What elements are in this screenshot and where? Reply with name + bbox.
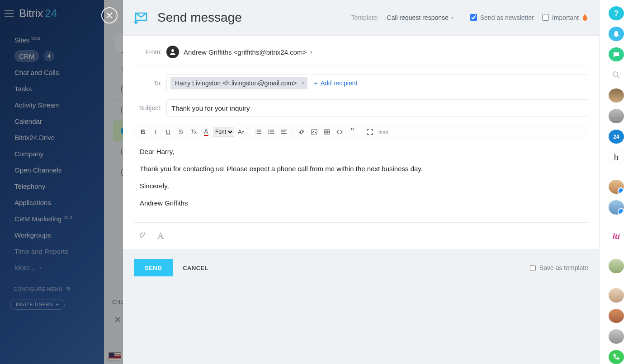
editor-line: Sincerely, — [140, 181, 582, 191]
subject-input[interactable] — [166, 99, 588, 117]
close-icon — [106, 12, 113, 19]
contact-avatar[interactable] — [609, 309, 624, 323]
quote-button[interactable]: ” — [346, 126, 358, 138]
editor-line: Dear Harry, — [140, 146, 582, 157]
html-mode-button[interactable]: html — [377, 126, 390, 138]
divider — [361, 127, 361, 136]
font-select[interactable]: Font — [213, 126, 234, 138]
text-format-icon[interactable]: A — [157, 231, 164, 241]
divider — [293, 127, 293, 136]
ordered-list-button[interactable]: 123 — [253, 126, 265, 138]
phone-button[interactable] — [609, 350, 624, 364]
right-rail: ? 24 b iu — [599, 0, 633, 364]
link-button[interactable] — [296, 126, 307, 138]
save-as-template-checkbox[interactable]: Save as template — [530, 264, 588, 271]
bitrix24-app-icon[interactable]: 24 — [609, 130, 624, 144]
fullscreen-button[interactable] — [364, 126, 376, 138]
modal-footer: SEND CANCEL Save as template — [123, 249, 599, 286]
important-checkbox[interactable]: Important — [542, 14, 588, 22]
italic-button[interactable]: I — [150, 126, 161, 138]
code-button[interactable] — [334, 126, 345, 138]
align-button[interactable] — [278, 126, 290, 138]
contact-avatar[interactable] — [609, 329, 624, 343]
chevron-down-icon[interactable]: ▾ — [310, 50, 312, 55]
template-label: Template: — [351, 14, 379, 21]
send-message-modal: Send message Template: Call request resp… — [123, 0, 599, 364]
send-button[interactable]: SEND — [134, 259, 173, 276]
subject-label: Subject: — [134, 104, 162, 112]
contact-avatar[interactable] — [609, 109, 624, 123]
to-label: To: — [134, 79, 162, 87]
text-color-button[interactable]: A — [200, 126, 212, 138]
app-icon[interactable]: b — [609, 150, 624, 164]
strike-button[interactable]: S — [175, 126, 187, 138]
svg-text:3: 3 — [255, 132, 257, 135]
contact-avatar[interactable] — [609, 288, 624, 302]
svg-point-4 — [268, 129, 269, 130]
svg-point-5 — [268, 131, 269, 132]
editor-line: Thank you for contacting us! Please expe… — [140, 163, 582, 174]
app-icon[interactable]: iu — [609, 229, 624, 243]
app-root: Bitrix 24 Sitesbeta CRM4 Chat and Calls … — [0, 0, 633, 364]
flame-icon — [582, 14, 588, 22]
editor-toolbar: B I U S Tx A Font A▾ 123 ” htm — [134, 124, 588, 139]
send-mail-icon — [134, 9, 150, 26]
search-icon — [612, 71, 620, 79]
chat-icon — [613, 51, 620, 58]
svg-point-10 — [613, 72, 618, 76]
message-editor[interactable]: Dear Harry, Thank you for contacting us!… — [134, 139, 588, 223]
to-row: To: Harry Livingston <h.livingston@gmail… — [134, 74, 588, 92]
modal-body: From: Andrew Griffiths <griffiths@bitrix… — [123, 35, 599, 249]
from-value[interactable]: Andrew Griffiths <griffiths@bitrix24.com… — [184, 48, 307, 56]
send-as-newsletter-checkbox[interactable]: Send as newsletter — [470, 14, 534, 21]
clear-format-button[interactable]: Tx — [188, 126, 199, 138]
svg-rect-9 — [324, 130, 330, 134]
contact-avatar[interactable] — [609, 89, 624, 103]
attach-row: A — [134, 223, 588, 241]
template-selector[interactable]: Call request response▾ — [387, 14, 453, 21]
recipient-chip[interactable]: Harry Livingston <h.livingston@gmail.com… — [170, 77, 307, 89]
bell-icon — [613, 30, 620, 37]
chevron-down-icon: ▾ — [451, 15, 453, 20]
plus-icon: + — [314, 79, 317, 87]
bold-button[interactable]: B — [137, 126, 149, 138]
notifications-button[interactable] — [609, 27, 624, 41]
svg-rect-7 — [312, 130, 317, 134]
cancel-button[interactable]: CANCEL — [183, 265, 208, 271]
svg-point-0 — [171, 49, 174, 52]
from-row: From: Andrew Griffiths <griffiths@bitrix… — [134, 46, 588, 58]
close-modal-button[interactable] — [101, 7, 118, 23]
contact-avatar[interactable] — [609, 180, 624, 194]
from-avatar — [166, 46, 179, 58]
divider — [462, 11, 462, 24]
remove-recipient-icon[interactable]: × — [301, 79, 305, 87]
attach-file-icon[interactable] — [138, 231, 146, 241]
modal-header-actions: Template: Call request response▾ Send as… — [351, 11, 588, 24]
editor-line: Andrew Griffiths — [140, 198, 582, 209]
modal-title: Send message — [157, 10, 242, 25]
add-recipient-button[interactable]: +Add recipient — [314, 79, 357, 87]
from-label: From: — [134, 48, 162, 56]
font-size-button[interactable]: A▾ — [235, 126, 247, 138]
search-button[interactable] — [609, 68, 624, 82]
underline-button[interactable]: U — [162, 126, 174, 138]
contact-avatar[interactable] — [609, 259, 624, 273]
image-button[interactable] — [308, 126, 320, 138]
phone-icon — [612, 353, 620, 361]
svg-point-6 — [268, 133, 269, 134]
divider — [250, 127, 250, 136]
help-button[interactable]: ? — [609, 6, 624, 20]
to-field[interactable]: Harry Livingston <h.livingston@gmail.com… — [166, 74, 588, 92]
contact-avatar[interactable] — [609, 200, 624, 214]
modal-header: Send message Template: Call request resp… — [123, 0, 599, 35]
divider — [134, 65, 588, 66]
table-button[interactable] — [321, 126, 333, 138]
chat-button[interactable] — [609, 47, 624, 61]
subject-row: Subject: — [134, 99, 588, 117]
unordered-list-button[interactable] — [265, 126, 277, 138]
